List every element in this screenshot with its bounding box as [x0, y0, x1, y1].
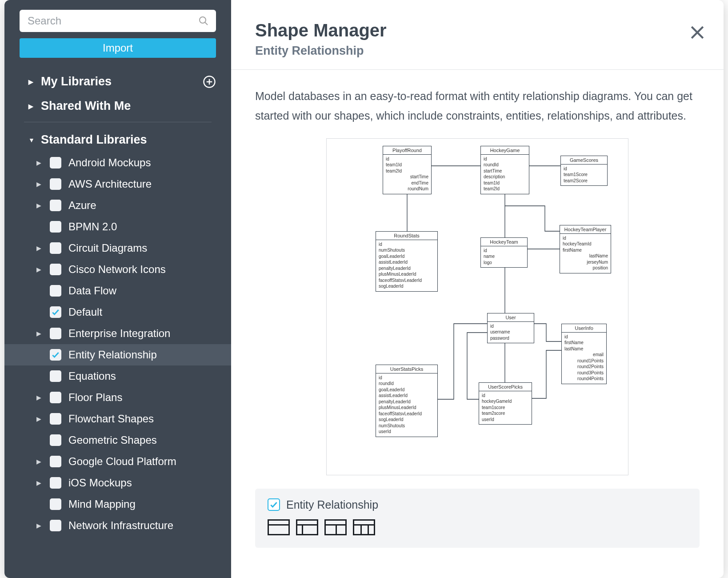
caret-right-icon: ▶: [36, 266, 44, 273]
entity-box: HockeyTeamPlayeridhockeyTeamIdfirstNamel…: [560, 225, 611, 273]
entity-shape-1[interactable]: [268, 519, 290, 535]
library-checkbox[interactable]: [50, 413, 61, 425]
library-label: Data Flow: [68, 285, 116, 297]
search-input[interactable]: [20, 10, 216, 32]
section-standard-libraries[interactable]: ▼ Standard Libraries: [4, 128, 231, 152]
section-label: Standard Libraries: [41, 133, 147, 147]
library-checkbox[interactable]: [50, 370, 61, 382]
caret-right-icon: ▶: [36, 245, 44, 252]
content-body[interactable]: Model databases in an easy-to-read forma…: [231, 70, 724, 578]
entity-shape-2[interactable]: [296, 519, 318, 535]
library-checkbox[interactable]: [50, 520, 61, 531]
library-label: Entity Relationship: [68, 349, 157, 361]
caret-down-icon: ▼: [28, 136, 36, 144]
library-item[interactable]: ▶Enterprise Integration: [4, 323, 231, 344]
library-item[interactable]: ▶AWS Architecture: [4, 173, 231, 195]
entity-shape-4[interactable]: [353, 519, 375, 535]
caret-right-icon: ▶: [28, 103, 36, 110]
library-checkbox[interactable]: [50, 498, 61, 510]
er-diagram: PlayoffRoundidteam1Idteam2IdstartTimeend…: [338, 146, 616, 466]
content-header: Shape Manager Entity Relationship: [231, 0, 724, 70]
library-label: iOS Mockups: [68, 477, 132, 489]
entity-box: UserScorePicksidhockeyGameIdteam1scorete…: [479, 382, 532, 425]
library-label: Circuit Diagrams: [68, 242, 147, 254]
section-shared-with-me[interactable]: ▶ Shared With Me: [4, 94, 231, 118]
library-item[interactable]: Geometric Shapes: [4, 429, 231, 451]
library-item[interactable]: ▶Azure: [4, 195, 231, 216]
close-icon[interactable]: [690, 25, 705, 40]
diagram-preview: PlayoffRoundidteam1Idteam2IdstartTimeend…: [326, 138, 628, 475]
library-label: Network Infrastructure: [68, 519, 173, 532]
library-checkbox[interactable]: [50, 456, 61, 467]
library-item[interactable]: Mind Mapping: [4, 494, 231, 515]
section-label: Shared With Me: [41, 99, 131, 113]
caret-right-icon: ▶: [36, 415, 44, 422]
search-wrap: [20, 10, 216, 32]
library-checkbox[interactable]: [50, 221, 61, 233]
library-label: Geometric Shapes: [68, 434, 157, 446]
caret-right-icon: ▶: [28, 78, 36, 85]
library-item[interactable]: BPMN 2.0: [4, 216, 231, 237]
library-checkbox[interactable]: [50, 349, 61, 361]
library-checkbox[interactable]: [50, 477, 61, 489]
library-item[interactable]: ▶iOS Mockups: [4, 472, 231, 494]
entity-box: RoundStatsidnumShutoutsgoalLeaderIdassis…: [376, 231, 438, 292]
caret-right-icon: ▶: [36, 159, 44, 166]
library-item[interactable]: Equations: [4, 365, 231, 387]
library-item[interactable]: ▶Flowchart Shapes: [4, 408, 231, 429]
panel-checkbox[interactable]: [268, 498, 280, 511]
caret-right-icon: ▶: [36, 458, 44, 465]
add-library-icon[interactable]: [203, 75, 216, 88]
caret-right-icon: ▶: [36, 394, 44, 401]
library-checkbox[interactable]: [50, 328, 61, 339]
library-checkbox[interactable]: [50, 157, 61, 169]
library-label: Azure: [68, 199, 96, 212]
page-subtitle: Entity Relationship: [255, 44, 700, 58]
library-checkbox[interactable]: [50, 200, 61, 211]
library-item[interactable]: Entity Relationship: [4, 344, 231, 365]
caret-right-icon: ▶: [36, 479, 44, 486]
library-item[interactable]: ▶Google Cloud Platform: [4, 451, 231, 472]
library-label: Default: [68, 306, 102, 318]
entity-box: GameScoresidteam1Scoreteam2Score: [560, 156, 608, 186]
library-label: Flowchart Shapes: [68, 413, 154, 425]
library-item[interactable]: ▶Android Mockups: [4, 152, 231, 173]
shape-manager-dialog: Import ▶ My Libraries ▶ Shared With Me ▼…: [4, 0, 724, 578]
content-pane: Shape Manager Entity Relationship Model …: [231, 0, 724, 578]
sidebar-divider: [24, 122, 212, 122]
library-checkbox[interactable]: [50, 434, 61, 446]
library-label: Android Mockups: [68, 157, 151, 169]
library-checkbox[interactable]: [50, 264, 61, 275]
entity-box: Useridusernamepassword: [487, 313, 534, 344]
library-label: BPMN 2.0: [68, 221, 117, 233]
caret-right-icon: ▶: [36, 522, 44, 529]
library-checkbox[interactable]: [50, 392, 61, 403]
section-my-libraries[interactable]: ▶ My Libraries: [4, 69, 231, 94]
library-item[interactable]: ▶Floor Plans: [4, 387, 231, 408]
library-label: AWS Architecture: [68, 178, 152, 190]
library-item[interactable]: Data Flow: [4, 280, 231, 301]
entity-box: HockeyTeamidnamelogo: [480, 237, 528, 268]
sidebar-scroll[interactable]: ▶ My Libraries ▶ Shared With Me ▼ Standa…: [4, 65, 231, 578]
library-item[interactable]: ▶Network Infrastructure: [4, 515, 231, 536]
library-item[interactable]: ▶Circuit Diagrams: [4, 237, 231, 259]
entity-box: HockeyGameidroundIdstartTimedescriptiont…: [480, 146, 529, 194]
library-item[interactable]: ▶Cisco Network Icons: [4, 259, 231, 280]
library-checkbox[interactable]: [50, 242, 61, 254]
search-icon: [198, 16, 209, 26]
library-checkbox[interactable]: [50, 285, 61, 297]
caret-right-icon: ▶: [36, 181, 44, 188]
page-title: Shape Manager: [255, 20, 700, 40]
library-list: ▶Android Mockups▶AWS Architecture▶AzureB…: [4, 152, 231, 536]
import-button[interactable]: Import: [20, 38, 216, 58]
panel-label: Entity Relationship: [286, 498, 378, 511]
library-checkbox[interactable]: [50, 178, 61, 190]
library-label: Google Cloud Platform: [68, 455, 176, 468]
entity-shape-3[interactable]: [324, 519, 347, 535]
entity-box: PlayoffRoundidteam1Idteam2IdstartTimeend…: [383, 146, 432, 194]
library-checkbox[interactable]: [50, 306, 61, 318]
library-description: Model databases in an easy-to-read forma…: [255, 87, 700, 126]
library-label: Mind Mapping: [68, 498, 136, 510]
shape-icons-row: [268, 519, 687, 535]
library-item[interactable]: Default: [4, 301, 231, 323]
